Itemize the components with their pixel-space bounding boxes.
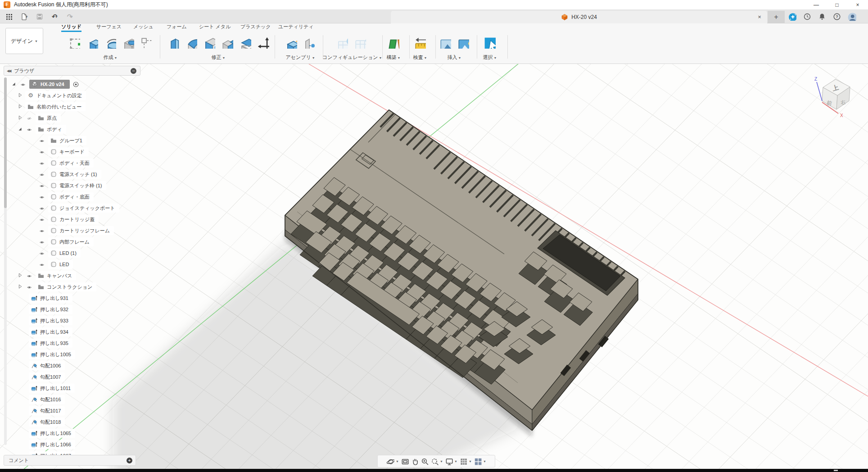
extensions-icon[interactable] (787, 11, 798, 22)
ribbon-tab-2[interactable]: メッシュ (133, 23, 154, 32)
app-grid-menu-icon[interactable] (4, 11, 14, 22)
browser-header[interactable]: ◀◀ ブラウザ − (4, 66, 140, 76)
ribbon-tab-1[interactable]: サーフェス (96, 23, 122, 32)
config-table-icon[interactable] (353, 34, 368, 51)
tree-item-31[interactable]: 押し出し1065 (29, 428, 75, 438)
ribbon-tab-3[interactable]: フォーム (167, 23, 187, 32)
group-dropdown-0[interactable]: 作成▼ (63, 54, 158, 61)
collapsed-arrow-icon[interactable] (17, 272, 23, 279)
activate-radio-icon[interactable] (72, 81, 79, 88)
group-dropdown-5[interactable]: 検査▼ (407, 54, 433, 61)
tree-item-chip[interactable]: 勾配1006 (29, 361, 65, 370)
tree-item-27[interactable]: 押し出し1011 (29, 383, 75, 393)
tree-item-11[interactable]: ジョイスティックポート (38, 203, 119, 213)
tree-item-9[interactable]: 電源スイッチ枠 (1) (38, 181, 106, 191)
tree-item-16[interactable]: LED (38, 259, 73, 269)
visibility-eye-icon[interactable] (38, 217, 46, 222)
tree-item-chip[interactable]: グループ1 (48, 136, 86, 145)
tree-item-chip[interactable]: 原点 (36, 113, 61, 123)
close-button[interactable]: × (847, 0, 868, 10)
tree-item-chip[interactable]: 押し出し1065 (29, 429, 75, 438)
tree-item-17[interactable]: キャンバス (17, 271, 76, 281)
visibility-eye-icon[interactable] (38, 172, 46, 177)
visibility-eye-icon[interactable] (38, 138, 46, 143)
browser-collapse-icon[interactable]: − (131, 68, 136, 74)
tree-item-7[interactable]: ボディ・天面 (38, 158, 94, 168)
config-insert-icon[interactable] (335, 34, 350, 51)
display-settings-icon[interactable] (444, 457, 453, 466)
group-dropdown-3[interactable]: コンフィギュレーション▼ (322, 54, 380, 61)
tree-item-29[interactable]: 勾配1017 (29, 406, 65, 416)
tree-item-chip[interactable]: 押し出し933 (29, 316, 72, 325)
newcomp-icon[interactable] (284, 34, 299, 51)
tree-item-chip[interactable]: キャンバス (36, 271, 76, 280)
move-icon[interactable] (256, 34, 271, 51)
user-avatar[interactable] (846, 11, 857, 22)
ribbon-tab-0[interactable]: ソリッド (61, 23, 81, 32)
help-icon[interactable]: ? (832, 11, 842, 22)
tree-item-30[interactable]: 勾配1018 (29, 417, 65, 427)
visibility-eye-icon[interactable] (25, 127, 33, 132)
tree-item-28[interactable]: 勾配1016 (29, 395, 65, 404)
tree-item-chip[interactable]: 勾配1018 (29, 418, 65, 427)
tree-item-23[interactable]: 押し出し935 (29, 338, 72, 348)
collapsed-arrow-icon[interactable] (17, 92, 23, 99)
minimize-button[interactable]: — (806, 0, 827, 10)
inspect-icon[interactable] (412, 34, 428, 51)
tree-item-15[interactable]: LED (1) (38, 248, 81, 258)
close-tab-icon[interactable]: × (755, 13, 764, 21)
hole-icon[interactable] (121, 34, 136, 51)
undo-icon[interactable]: ↶▼ (50, 11, 60, 22)
scrollbar-thumb[interactable] (4, 77, 7, 208)
tree-item-chip[interactable]: 押し出し935 (29, 339, 72, 348)
orbit-caret[interactable]: ▼ (396, 460, 399, 463)
tree-item-0[interactable]: HX-20 v24 (11, 79, 79, 89)
visibility-eye-icon[interactable] (38, 205, 46, 211)
visibility-eye-icon[interactable] (38, 250, 46, 256)
visibility-eye-icon[interactable] (25, 115, 33, 121)
tree-item-chip[interactable]: 勾配1007 (29, 372, 65, 381)
save-icon[interactable] (34, 11, 45, 22)
tree-item-chip[interactable]: コンストラクション (36, 282, 96, 291)
group-dropdown-4[interactable]: 構築▼ (380, 54, 407, 61)
tree-item-chip[interactable]: 押し出し931 (29, 294, 72, 303)
tree-item-1[interactable]: ⚙ドキュメントの設定 (17, 91, 86, 100)
ribbon-tab-6[interactable]: ユーティリティ (278, 23, 314, 32)
grid-settings-caret[interactable]: ▼ (469, 460, 472, 463)
visibility-eye-icon[interactable] (38, 194, 46, 200)
tree-item-8[interactable]: 電源スイッチ (1) (38, 169, 101, 179)
redo-icon[interactable]: ↷▼ (65, 11, 76, 22)
new-tab-button[interactable]: + (768, 11, 785, 23)
visibility-eye-icon[interactable] (25, 284, 33, 290)
tree-item-chip[interactable]: LED (1) (48, 249, 81, 258)
add-comment-icon[interactable]: + (127, 458, 132, 463)
orbit-icon[interactable] (386, 457, 395, 466)
sketch-icon[interactable] (67, 34, 82, 51)
tree-item-chip[interactable]: 押し出し1011 (29, 384, 75, 393)
tree-item-chip[interactable]: 押し出し934 (29, 327, 72, 336)
tree-item-chip[interactable]: 名前の付いたビュー (25, 102, 86, 111)
tree-item-chip[interactable]: キーボード (48, 147, 89, 156)
tree-item-18[interactable]: コンストラクション (17, 282, 96, 292)
visibility-eye-icon[interactable] (38, 239, 46, 245)
tree-item-chip[interactable]: 電源スイッチ枠 (1) (48, 181, 106, 190)
job-status-clock-icon[interactable] (802, 11, 813, 22)
tree-item-chip[interactable]: ボディ (36, 125, 66, 134)
split-icon[interactable] (238, 34, 253, 51)
document-tab[interactable]: HX-20 v24 × (391, 11, 767, 23)
visibility-eye-icon[interactable] (38, 262, 46, 267)
pattern-icon[interactable] (139, 34, 154, 51)
visibility-eye-icon[interactable] (38, 228, 46, 233)
visibility-eye-icon[interactable] (38, 149, 46, 154)
tree-item-32[interactable]: 押し出し1066 (29, 440, 75, 449)
tree-item-chip[interactable]: 勾配1017 (29, 406, 65, 415)
maximize-button[interactable]: □ (827, 0, 847, 10)
visibility-eye-icon[interactable] (38, 160, 46, 166)
tree-item-chip[interactable]: 押し出し1066 (29, 440, 75, 449)
tree-item-2[interactable]: 名前の付いたビュー (17, 102, 86, 112)
insert-canvas-icon[interactable] (438, 34, 453, 51)
workspace-selector[interactable]: デザイン ▼ (5, 28, 43, 54)
tree-item-chip[interactable]: カートリッジ蓋 (48, 215, 99, 224)
tree-item-chip[interactable]: 電源スイッチ (1) (48, 170, 101, 179)
grid-settings-icon[interactable] (459, 457, 468, 466)
